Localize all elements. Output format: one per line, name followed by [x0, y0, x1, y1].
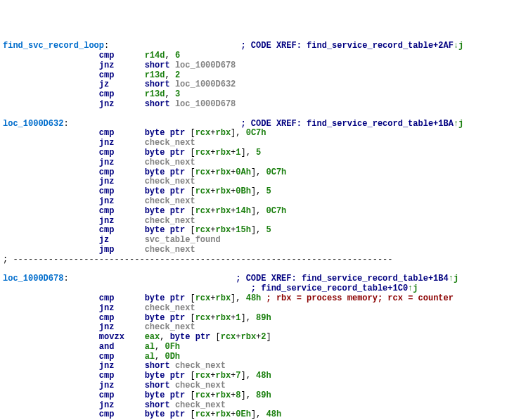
- mnemonic: cmp: [99, 89, 115, 99]
- operand-reg: r13d: [145, 89, 165, 99]
- mnemonic: cmp: [99, 390, 115, 400]
- mnemonic: cmp: [99, 70, 115, 80]
- operand-op: [: [190, 206, 195, 216]
- mnemonic: cmp: [99, 225, 115, 235]
- operand-kw: short: [145, 79, 175, 89]
- operand-num: 5: [266, 225, 271, 235]
- mnemonic: jnz: [99, 196, 115, 206]
- operand-num: 15h: [236, 225, 251, 235]
- operand-num: 48h: [246, 293, 262, 303]
- operand-reg: rcx: [221, 332, 236, 342]
- operand-num: 2: [175, 70, 180, 80]
- mnemonic: movzx: [99, 332, 124, 342]
- operand-target: check_next: [145, 177, 195, 186]
- operand-op: [: [190, 409, 195, 419]
- operand-kw: byte ptr: [145, 293, 191, 303]
- operand-target: check_next: [175, 361, 226, 371]
- operand-reg: rbx: [215, 409, 231, 419]
- operand-num: 89h: [256, 390, 271, 400]
- operand-num: 5: [266, 186, 271, 196]
- operand-reg: rcx: [195, 371, 211, 381]
- operand-kw: byte ptr: [145, 409, 191, 419]
- operand-reg: rbx: [215, 313, 231, 323]
- mnemonic: jz: [99, 79, 109, 89]
- mnemonic: jmp: [99, 245, 115, 255]
- operand-op: ],: [241, 390, 257, 400]
- operand-op: ],: [241, 148, 257, 158]
- operand-op: [: [190, 313, 195, 323]
- operand-reg: rcx: [195, 128, 211, 138]
- operand-kw: byte ptr: [145, 390, 191, 400]
- mnemonic: jnz: [99, 303, 115, 313]
- separator: ; --------------------------------------…: [3, 255, 393, 265]
- xref-comment: ; CODE XREF: find_service_record_table+1…: [240, 119, 453, 129]
- operand-reg: rcx: [195, 225, 211, 235]
- label-loc-1000d678[interactable]: loc_1000D678: [3, 274, 63, 284]
- operand-num: 0C7h: [246, 128, 266, 138]
- operand-target: check_next: [145, 322, 195, 332]
- operand-reg: rcx: [195, 206, 211, 216]
- operand-reg: rbx: [215, 167, 231, 177]
- operand-reg: rbx: [215, 371, 231, 381]
- mnemonic: cmp: [99, 51, 115, 61]
- operand-target: check_next: [145, 245, 195, 255]
- operand-num: 1: [236, 313, 240, 323]
- operand-reg: rbx: [215, 148, 231, 158]
- operand-reg: al: [145, 342, 155, 352]
- operand-reg: rcx: [195, 313, 211, 323]
- mnemonic: jnz: [99, 322, 115, 332]
- operand-kw: byte ptr: [145, 186, 191, 196]
- xref-comment-2: ; find_service_record_table+1C0: [251, 284, 408, 293]
- operand-op: [: [190, 390, 195, 400]
- operand-reg: rbx: [215, 206, 231, 216]
- operand-target: check_next: [145, 138, 195, 148]
- operand-op: ,: [160, 332, 169, 342]
- operand-kw: byte ptr: [145, 148, 191, 158]
- operand-reg: eax: [145, 332, 160, 342]
- operand-kw: byte ptr: [145, 225, 191, 235]
- label-loc-1000d632[interactable]: loc_1000D632: [3, 119, 63, 129]
- operand-op: ],: [251, 225, 266, 235]
- inline-comment: ; rbx = process memory; rcx = counter: [261, 293, 454, 303]
- operand-reg: rcx: [195, 293, 211, 303]
- operand-num: 48h: [256, 371, 271, 381]
- mnemonic: cmp: [99, 371, 115, 381]
- operand-reg: rcx: [195, 409, 211, 419]
- operand-op: ],: [231, 128, 246, 138]
- operand-target: loc_1000D678: [175, 99, 236, 109]
- operand-kw: byte ptr: [170, 332, 216, 342]
- mnemonic: jnz: [99, 158, 115, 167]
- mnemonic: jnz: [99, 381, 115, 390]
- operand-kw: byte ptr: [145, 167, 191, 177]
- operand-reg: rbx: [215, 128, 231, 138]
- label-find-svc-record-loop[interactable]: find_svc_record_loop: [3, 41, 104, 51]
- operand-reg: rcx: [195, 148, 211, 158]
- operand-kw: short: [145, 99, 175, 109]
- mnemonic: jz: [99, 235, 109, 245]
- xref-arrow-down: ↓j: [454, 41, 463, 51]
- xref-comment: ; CODE XREF: find_service_record_table+2…: [240, 41, 453, 51]
- operand-kw: short: [145, 361, 175, 371]
- operand-num: 0Fh: [165, 342, 180, 352]
- operand-reg: rcx: [195, 186, 211, 196]
- operand-target: check_next: [145, 303, 195, 313]
- operand-op: [: [190, 225, 195, 235]
- operand-num: 89h: [256, 313, 271, 323]
- xref-arrow-up: ↑j: [408, 284, 418, 293]
- mnemonic: cmp: [99, 409, 115, 419]
- mnemonic: cmp: [99, 352, 115, 362]
- mnemonic: and: [99, 342, 115, 352]
- operand-num: 0Eh: [236, 409, 251, 419]
- disassembly-listing: find_svc_record_loop: ; CODE XREF: find_…: [3, 42, 511, 420]
- operand-target: svc_table_found: [145, 235, 221, 245]
- operand-kw: byte ptr: [145, 313, 191, 323]
- mnemonic: jnz: [99, 400, 115, 410]
- mnemonic: cmp: [99, 293, 115, 303]
- operand-op: [: [190, 186, 195, 196]
- operand-num: 0Bh: [236, 186, 251, 196]
- operand-target: loc_1000D678: [175, 61, 236, 70]
- operand-op: ],: [251, 167, 266, 177]
- operand-op: [: [190, 148, 195, 158]
- mnemonic: jnz: [99, 177, 115, 186]
- operand-num: 14h: [236, 206, 251, 216]
